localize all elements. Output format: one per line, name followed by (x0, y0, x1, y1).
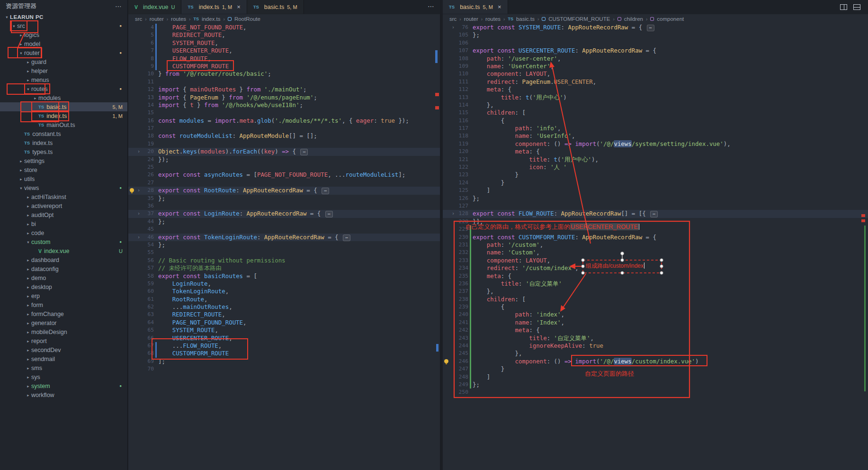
code-line-44[interactable]: 44}; (128, 218, 440, 226)
code-line-26[interactable]: 26export const asyncRoutes = [PAGE_NOT_F… (128, 171, 440, 179)
code-line-64[interactable]: 64 PAGE_NOT_FOUND_ROUTE, (128, 319, 440, 326)
tree-item-secondDev[interactable]: ▸secondDev (0, 345, 127, 354)
code-line-60[interactable]: 60 TokenLoginRoute, (128, 288, 440, 295)
breadcrumb-item-routes[interactable]: routes (171, 16, 186, 22)
code-line-246[interactable]: 246 component: () => import('/@/views/cu… (443, 358, 868, 365)
tree-item-helper[interactable]: ▸helper (0, 66, 127, 75)
tree-item-modules[interactable]: ▸modules (0, 93, 127, 102)
tab-index.vue[interactable]: Vindex.vueU (128, 0, 181, 14)
code-line-250[interactable]: 250 (443, 389, 868, 396)
tree-item-views[interactable]: ▾views● (0, 183, 127, 192)
code-line-232[interactable]: 232 name: 'Custom', (443, 249, 868, 256)
code-line-107[interactable]: 107export const USERCENTER_ROUTE: AppRou… (443, 47, 868, 54)
code-line-61[interactable]: 61 RootRoute, (128, 296, 440, 303)
code-line-239[interactable]: 239 { (443, 303, 868, 311)
tree-item-index.ts[interactable]: TSindex.ts1, M (0, 111, 127, 120)
folded-code-ellipsis[interactable]: ⋯ (325, 211, 333, 217)
tree-item-sendmail[interactable]: ▸sendmail (0, 354, 127, 363)
tree-item-settings[interactable]: ▸settings (0, 156, 127, 165)
code-line-118[interactable]: 118 name: 'UserInfo', (443, 132, 868, 140)
breadcrumb-item-router[interactable]: router (150, 16, 164, 22)
tree-item-activereport[interactable]: ▸activereport (0, 201, 127, 210)
breadcrumb-item-component[interactable]: component (657, 16, 684, 22)
code-line-112[interactable]: 112 meta: { (443, 86, 868, 93)
breadcrumb-item-RootRoute[interactable]: RootRoute (234, 16, 260, 22)
lightbulb-icon[interactable] (128, 187, 136, 194)
tree-item-routes[interactable]: ▾routes● (0, 84, 127, 93)
breadcrumb-item-index.ts[interactable]: index.ts (202, 16, 221, 22)
code-line-56[interactable]: 56// Basic routing without permissions (128, 257, 440, 264)
code-line-115[interactable]: 115 children: [ (443, 109, 868, 117)
tree-item-mobileDesign[interactable]: ▸mobileDesign (0, 327, 127, 336)
code-line-238[interactable]: 238 children: [ (443, 296, 868, 303)
code-line-242[interactable]: 242 meta: { (443, 326, 868, 334)
code-line-55[interactable]: 55 (128, 249, 440, 256)
code-line-119[interactable]: 119 component: () => import('/@/views/sy… (443, 140, 868, 148)
code-line-122[interactable]: 122 icon: '人 ' (443, 163, 868, 171)
code-line-35[interactable]: 35}; (128, 195, 440, 202)
code-line-20[interactable]: ›20Object.keys(modules).forEach((key) =>… (128, 148, 440, 155)
breadcrumb-item-src[interactable]: src (135, 16, 142, 22)
code-line-121[interactable]: 121 title: t('用户中心'), (443, 156, 868, 163)
tree-item-custom[interactable]: ▾custom● (0, 237, 127, 246)
explorer-more-button[interactable]: ⋯ (115, 2, 122, 10)
tree-item-index.vue[interactable]: Vindex.vueU (0, 246, 127, 255)
lightbulb-icon[interactable] (443, 358, 450, 365)
code-area-right[interactable]: ›76export const SYSTEM_ROUTE: AppRouteRe… (443, 24, 868, 397)
code-line-4[interactable]: 4 PAGE_NOT_FOUND_ROUTE, (128, 24, 440, 31)
code-line-9[interactable]: 9 CUSTOMFORM_ROUTE (128, 63, 440, 70)
code-line-24[interactable]: 24}); (128, 156, 440, 163)
code-line-5[interactable]: 5 REDIRECT_ROUTE, (128, 31, 440, 39)
tree-item-dataconfig[interactable]: ▸dataconfig (0, 264, 127, 273)
tab-basic.ts[interactable]: TSbasic.ts5, M (247, 0, 304, 14)
breadcrumb-item-src[interactable]: src (449, 16, 456, 22)
tree-item-generator[interactable]: ▸generator (0, 318, 127, 327)
folded-code-ellipsis[interactable]: ⋯ (343, 235, 350, 241)
fold-chevron-icon[interactable]: › (450, 210, 456, 217)
code-line-46[interactable]: ›46export const TokenLoginRoute: AppRout… (128, 234, 440, 241)
tree-item-auditOpt[interactable]: ▸auditOpt (0, 210, 127, 219)
code-line-59[interactable]: 59 LoginRoute, (128, 280, 440, 288)
tree-item-desktop[interactable]: ▸desktop (0, 282, 127, 291)
code-line-76[interactable]: ›76export const SYSTEM_ROUTE: AppRouteRe… (443, 24, 868, 31)
code-line-125[interactable]: 125 ] (443, 187, 868, 194)
tree-item-store[interactable]: ▸store (0, 165, 127, 174)
tree-item-erp[interactable]: ▸erp (0, 291, 127, 300)
folded-code-ellipsis[interactable]: ⋯ (647, 25, 654, 31)
code-line-54[interactable]: 54}; (128, 241, 440, 249)
code-line-230[interactable]: 230export const CUSTOMFORM_ROUTE: AppRou… (443, 234, 868, 241)
tree-item-menus[interactable]: ▸menus (0, 75, 127, 84)
code-line-68[interactable]: 68 CUSTOMFORM_ROUTE (128, 350, 440, 357)
folded-code-ellipsis[interactable]: ⋯ (322, 188, 329, 194)
code-line-25[interactable]: 25 (128, 163, 440, 171)
code-line-228[interactable]: 228}]; (443, 218, 868, 226)
code-line-236[interactable]: 236 title: '自定义菜单' (443, 280, 868, 288)
code-line-240[interactable]: 240 path: 'index', (443, 311, 868, 318)
code-line-8[interactable]: 8 FLOW_ROUTE, (128, 55, 440, 63)
code-line-17[interactable]: 17 (128, 125, 440, 132)
code-line-108[interactable]: 108 path: '/user-center', (443, 55, 868, 63)
editor-more-actions-middle[interactable]: ⋯ (428, 2, 434, 10)
tree-item-bi[interactable]: ▸bi (0, 219, 127, 228)
code-area-middle[interactable]: 4 PAGE_NOT_FOUND_ROUTE,5 REDIRECT_ROUTE,… (128, 24, 440, 373)
code-line-128[interactable]: ›128export const FLOW_ROUTE: AppRouteRec… (443, 210, 868, 217)
tree-item-sys[interactable]: ▸sys (0, 372, 127, 381)
code-line-105[interactable]: 105}; (443, 31, 868, 39)
code-line-241[interactable]: 241 name: 'Index', (443, 319, 868, 326)
code-line-117[interactable]: 117 path: 'info', (443, 125, 868, 132)
breadcrumb-item-children[interactable]: children (624, 16, 643, 22)
tree-item-system[interactable]: ▸system● (0, 381, 127, 390)
tab-index.ts[interactable]: TSindex.ts1, M× (181, 0, 247, 14)
code-line-123[interactable]: 123 } (443, 171, 868, 179)
code-line-36[interactable]: 36 (128, 202, 440, 210)
code-line-124[interactable]: 124 } (443, 179, 868, 187)
breadcrumb-item-routes[interactable]: routes (485, 16, 501, 22)
tree-item-actHiTaskinst[interactable]: ▸actHiTaskinst (0, 192, 127, 201)
code-line-243[interactable]: 243 title: '自定义菜单', (443, 334, 868, 342)
code-line-10[interactable]: 10} from '/@/router/routes/basic'; (128, 70, 440, 78)
fold-chevron-icon[interactable]: › (136, 210, 142, 217)
code-line-15[interactable]: 15 (128, 109, 440, 117)
fold-chevron-icon[interactable]: › (136, 187, 142, 194)
tree-item-router[interactable]: ▾router● (0, 48, 127, 57)
code-line-27[interactable]: 27 (128, 179, 440, 187)
